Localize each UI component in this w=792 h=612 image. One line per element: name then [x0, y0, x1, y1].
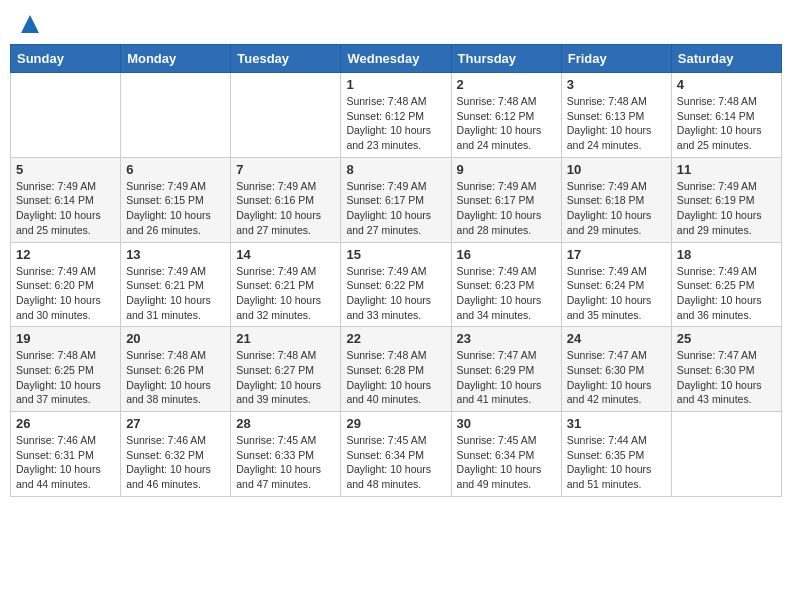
- day-number: 12: [16, 247, 115, 262]
- calendar-cell: 2Sunrise: 7:48 AM Sunset: 6:12 PM Daylig…: [451, 73, 561, 158]
- calendar-cell: 6Sunrise: 7:49 AM Sunset: 6:15 PM Daylig…: [121, 157, 231, 242]
- day-number: 16: [457, 247, 556, 262]
- weekday-header-wednesday: Wednesday: [341, 45, 451, 73]
- calendar-cell: 26Sunrise: 7:46 AM Sunset: 6:31 PM Dayli…: [11, 412, 121, 497]
- day-number: 10: [567, 162, 666, 177]
- calendar-cell: 14Sunrise: 7:49 AM Sunset: 6:21 PM Dayli…: [231, 242, 341, 327]
- day-info: Sunrise: 7:46 AM Sunset: 6:31 PM Dayligh…: [16, 433, 115, 492]
- day-info: Sunrise: 7:49 AM Sunset: 6:15 PM Dayligh…: [126, 179, 225, 238]
- calendar-cell: 24Sunrise: 7:47 AM Sunset: 6:30 PM Dayli…: [561, 327, 671, 412]
- day-number: 27: [126, 416, 225, 431]
- day-number: 29: [346, 416, 445, 431]
- day-number: 5: [16, 162, 115, 177]
- day-number: 2: [457, 77, 556, 92]
- day-number: 7: [236, 162, 335, 177]
- day-number: 11: [677, 162, 776, 177]
- day-number: 26: [16, 416, 115, 431]
- day-number: 19: [16, 331, 115, 346]
- day-info: Sunrise: 7:47 AM Sunset: 6:29 PM Dayligh…: [457, 348, 556, 407]
- day-number: 25: [677, 331, 776, 346]
- day-info: Sunrise: 7:49 AM Sunset: 6:17 PM Dayligh…: [457, 179, 556, 238]
- calendar-cell: [671, 412, 781, 497]
- weekday-header-tuesday: Tuesday: [231, 45, 341, 73]
- day-number: 4: [677, 77, 776, 92]
- calendar-cell: [11, 73, 121, 158]
- day-number: 17: [567, 247, 666, 262]
- calendar-cell: 7Sunrise: 7:49 AM Sunset: 6:16 PM Daylig…: [231, 157, 341, 242]
- day-number: 13: [126, 247, 225, 262]
- logo: [20, 15, 40, 29]
- day-number: 8: [346, 162, 445, 177]
- day-info: Sunrise: 7:46 AM Sunset: 6:32 PM Dayligh…: [126, 433, 225, 492]
- calendar-cell: 31Sunrise: 7:44 AM Sunset: 6:35 PM Dayli…: [561, 412, 671, 497]
- calendar-week-row: 5Sunrise: 7:49 AM Sunset: 6:14 PM Daylig…: [11, 157, 782, 242]
- weekday-header-saturday: Saturday: [671, 45, 781, 73]
- calendar-cell: 5Sunrise: 7:49 AM Sunset: 6:14 PM Daylig…: [11, 157, 121, 242]
- svg-marker-0: [21, 15, 39, 33]
- calendar-cell: 28Sunrise: 7:45 AM Sunset: 6:33 PM Dayli…: [231, 412, 341, 497]
- logo-triangle-icon: [21, 15, 39, 33]
- day-number: 28: [236, 416, 335, 431]
- day-number: 15: [346, 247, 445, 262]
- day-number: 22: [346, 331, 445, 346]
- day-number: 24: [567, 331, 666, 346]
- day-info: Sunrise: 7:48 AM Sunset: 6:26 PM Dayligh…: [126, 348, 225, 407]
- calendar-cell: 16Sunrise: 7:49 AM Sunset: 6:23 PM Dayli…: [451, 242, 561, 327]
- calendar-cell: 1Sunrise: 7:48 AM Sunset: 6:12 PM Daylig…: [341, 73, 451, 158]
- calendar-cell: 27Sunrise: 7:46 AM Sunset: 6:32 PM Dayli…: [121, 412, 231, 497]
- calendar-week-row: 19Sunrise: 7:48 AM Sunset: 6:25 PM Dayli…: [11, 327, 782, 412]
- calendar-cell: 9Sunrise: 7:49 AM Sunset: 6:17 PM Daylig…: [451, 157, 561, 242]
- calendar-cell: 8Sunrise: 7:49 AM Sunset: 6:17 PM Daylig…: [341, 157, 451, 242]
- calendar-cell: 22Sunrise: 7:48 AM Sunset: 6:28 PM Dayli…: [341, 327, 451, 412]
- day-info: Sunrise: 7:49 AM Sunset: 6:19 PM Dayligh…: [677, 179, 776, 238]
- day-info: Sunrise: 7:45 AM Sunset: 6:34 PM Dayligh…: [457, 433, 556, 492]
- calendar-cell: 30Sunrise: 7:45 AM Sunset: 6:34 PM Dayli…: [451, 412, 561, 497]
- calendar-cell: 29Sunrise: 7:45 AM Sunset: 6:34 PM Dayli…: [341, 412, 451, 497]
- day-info: Sunrise: 7:48 AM Sunset: 6:13 PM Dayligh…: [567, 94, 666, 153]
- calendar-cell: 25Sunrise: 7:47 AM Sunset: 6:30 PM Dayli…: [671, 327, 781, 412]
- calendar-cell: 15Sunrise: 7:49 AM Sunset: 6:22 PM Dayli…: [341, 242, 451, 327]
- day-number: 30: [457, 416, 556, 431]
- day-info: Sunrise: 7:49 AM Sunset: 6:17 PM Dayligh…: [346, 179, 445, 238]
- day-info: Sunrise: 7:48 AM Sunset: 6:27 PM Dayligh…: [236, 348, 335, 407]
- day-info: Sunrise: 7:49 AM Sunset: 6:20 PM Dayligh…: [16, 264, 115, 323]
- day-info: Sunrise: 7:49 AM Sunset: 6:18 PM Dayligh…: [567, 179, 666, 238]
- day-info: Sunrise: 7:49 AM Sunset: 6:21 PM Dayligh…: [236, 264, 335, 323]
- day-info: Sunrise: 7:47 AM Sunset: 6:30 PM Dayligh…: [677, 348, 776, 407]
- day-info: Sunrise: 7:49 AM Sunset: 6:22 PM Dayligh…: [346, 264, 445, 323]
- day-number: 9: [457, 162, 556, 177]
- calendar-cell: 18Sunrise: 7:49 AM Sunset: 6:25 PM Dayli…: [671, 242, 781, 327]
- day-info: Sunrise: 7:49 AM Sunset: 6:16 PM Dayligh…: [236, 179, 335, 238]
- day-number: 18: [677, 247, 776, 262]
- day-number: 20: [126, 331, 225, 346]
- calendar-cell: 10Sunrise: 7:49 AM Sunset: 6:18 PM Dayli…: [561, 157, 671, 242]
- calendar-cell: 12Sunrise: 7:49 AM Sunset: 6:20 PM Dayli…: [11, 242, 121, 327]
- calendar-cell: 21Sunrise: 7:48 AM Sunset: 6:27 PM Dayli…: [231, 327, 341, 412]
- day-info: Sunrise: 7:45 AM Sunset: 6:33 PM Dayligh…: [236, 433, 335, 492]
- day-info: Sunrise: 7:48 AM Sunset: 6:14 PM Dayligh…: [677, 94, 776, 153]
- day-info: Sunrise: 7:49 AM Sunset: 6:14 PM Dayligh…: [16, 179, 115, 238]
- calendar-cell: 20Sunrise: 7:48 AM Sunset: 6:26 PM Dayli…: [121, 327, 231, 412]
- calendar-cell: 13Sunrise: 7:49 AM Sunset: 6:21 PM Dayli…: [121, 242, 231, 327]
- day-info: Sunrise: 7:49 AM Sunset: 6:21 PM Dayligh…: [126, 264, 225, 323]
- weekday-header-thursday: Thursday: [451, 45, 561, 73]
- weekday-header-row: SundayMondayTuesdayWednesdayThursdayFrid…: [11, 45, 782, 73]
- calendar-cell: 3Sunrise: 7:48 AM Sunset: 6:13 PM Daylig…: [561, 73, 671, 158]
- calendar-week-row: 12Sunrise: 7:49 AM Sunset: 6:20 PM Dayli…: [11, 242, 782, 327]
- day-number: 31: [567, 416, 666, 431]
- day-number: 23: [457, 331, 556, 346]
- calendar-week-row: 26Sunrise: 7:46 AM Sunset: 6:31 PM Dayli…: [11, 412, 782, 497]
- weekday-header-monday: Monday: [121, 45, 231, 73]
- calendar-cell: 17Sunrise: 7:49 AM Sunset: 6:24 PM Dayli…: [561, 242, 671, 327]
- day-info: Sunrise: 7:49 AM Sunset: 6:23 PM Dayligh…: [457, 264, 556, 323]
- day-number: 21: [236, 331, 335, 346]
- day-info: Sunrise: 7:48 AM Sunset: 6:12 PM Dayligh…: [457, 94, 556, 153]
- day-number: 6: [126, 162, 225, 177]
- day-number: 3: [567, 77, 666, 92]
- calendar-week-row: 1Sunrise: 7:48 AM Sunset: 6:12 PM Daylig…: [11, 73, 782, 158]
- calendar-cell: [121, 73, 231, 158]
- calendar-cell: 19Sunrise: 7:48 AM Sunset: 6:25 PM Dayli…: [11, 327, 121, 412]
- day-info: Sunrise: 7:44 AM Sunset: 6:35 PM Dayligh…: [567, 433, 666, 492]
- calendar-cell: 23Sunrise: 7:47 AM Sunset: 6:29 PM Dayli…: [451, 327, 561, 412]
- day-number: 14: [236, 247, 335, 262]
